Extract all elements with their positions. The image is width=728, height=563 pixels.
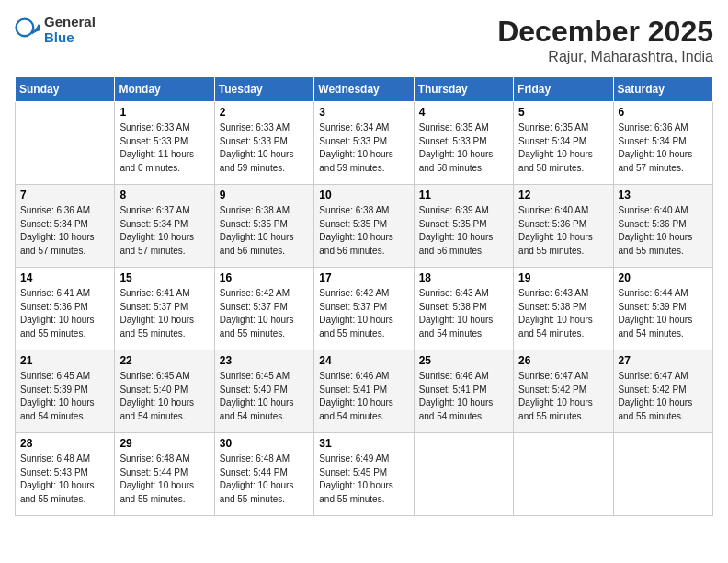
day-number: 23 [220, 354, 309, 367]
cell-info: Sunrise: 6:42 AMSunset: 5:37 PMDaylight:… [319, 287, 408, 340]
calendar-cell: 17Sunrise: 6:42 AMSunset: 5:37 PMDayligh… [314, 268, 414, 350]
cell-info: Sunrise: 6:36 AMSunset: 5:34 PMDaylight:… [20, 204, 109, 258]
cell-info: Sunrise: 6:47 AMSunset: 5:42 PMDaylight:… [518, 370, 608, 423]
cell-info: Sunrise: 6:45 AMSunset: 5:40 PMDaylight:… [119, 370, 209, 423]
weekday-header-friday: Friday [514, 77, 613, 102]
day-number: 21 [20, 354, 109, 367]
calendar-cell: 4Sunrise: 6:35 AMSunset: 5:33 PMDaylight… [414, 102, 513, 185]
calendar-cell: 30Sunrise: 6:48 AMSunset: 5:44 PMDayligh… [214, 433, 313, 516]
day-number: 5 [518, 106, 608, 119]
cell-info: Sunrise: 6:48 AMSunset: 5:43 PMDaylight:… [20, 453, 109, 506]
calendar-cell: 9Sunrise: 6:38 AMSunset: 5:35 PMDaylight… [214, 185, 313, 268]
logo-blue: Blue [44, 30, 96, 46]
cell-info: Sunrise: 6:41 AMSunset: 5:37 PMDaylight:… [119, 287, 209, 340]
calendar-cell: 26Sunrise: 6:47 AMSunset: 5:42 PMDayligh… [514, 350, 613, 433]
calendar-cell: 13Sunrise: 6:40 AMSunset: 5:36 PMDayligh… [613, 185, 712, 268]
day-number: 1 [119, 106, 209, 119]
calendar-cell: 5Sunrise: 6:35 AMSunset: 5:34 PMDaylight… [514, 102, 613, 185]
cell-info: Sunrise: 6:35 AMSunset: 5:33 PMDaylight:… [419, 121, 508, 175]
logo-text: General Blue [44, 15, 96, 45]
day-number: 28 [20, 437, 109, 450]
calendar-cell: 8Sunrise: 6:37 AMSunset: 5:34 PMDaylight… [115, 185, 214, 268]
calendar-cell [414, 433, 513, 516]
day-number: 17 [319, 271, 408, 284]
week-row-3: 14Sunrise: 6:41 AMSunset: 5:36 PMDayligh… [16, 268, 713, 350]
day-number: 11 [419, 189, 508, 201]
day-number: 4 [419, 106, 508, 119]
week-row-5: 28Sunrise: 6:48 AMSunset: 5:43 PMDayligh… [16, 433, 713, 516]
day-number: 20 [619, 271, 708, 284]
logo: General Blue [15, 15, 96, 45]
day-number: 16 [220, 271, 309, 284]
location-title: Rajur, Maharashtra, India [497, 49, 713, 65]
calendar-cell: 15Sunrise: 6:41 AMSunset: 5:37 PMDayligh… [115, 268, 214, 350]
calendar-cell: 27Sunrise: 6:47 AMSunset: 5:42 PMDayligh… [613, 350, 712, 433]
header: General Blue December 2025 Rajur, Mahara… [15, 15, 713, 65]
cell-info: Sunrise: 6:46 AMSunset: 5:41 PMDaylight:… [419, 370, 508, 423]
logo-general: General [44, 15, 96, 30]
week-row-2: 7Sunrise: 6:36 AMSunset: 5:34 PMDaylight… [16, 185, 713, 268]
svg-point-0 [17, 18, 34, 36]
calendar-cell: 28Sunrise: 6:48 AMSunset: 5:43 PMDayligh… [16, 433, 115, 516]
day-number: 26 [518, 354, 608, 367]
title-area: December 2025 Rajur, Maharashtra, India [497, 15, 713, 65]
cell-info: Sunrise: 6:37 AMSunset: 5:34 PMDaylight:… [119, 204, 209, 258]
calendar-cell [16, 102, 115, 185]
cell-info: Sunrise: 6:36 AMSunset: 5:34 PMDaylight:… [619, 121, 708, 175]
cell-info: Sunrise: 6:46 AMSunset: 5:41 PMDaylight:… [319, 370, 408, 423]
day-number: 31 [319, 437, 408, 450]
calendar-cell: 6Sunrise: 6:36 AMSunset: 5:34 PMDaylight… [613, 102, 712, 185]
day-number: 9 [220, 189, 309, 201]
calendar-cell: 31Sunrise: 6:49 AMSunset: 5:45 PMDayligh… [314, 433, 414, 516]
calendar-cell: 7Sunrise: 6:36 AMSunset: 5:34 PMDaylight… [16, 185, 115, 268]
calendar-cell: 24Sunrise: 6:46 AMSunset: 5:41 PMDayligh… [314, 350, 414, 433]
calendar-cell [613, 433, 712, 516]
day-number: 12 [518, 189, 608, 201]
cell-info: Sunrise: 6:33 AMSunset: 5:33 PMDaylight:… [220, 121, 309, 175]
cell-info: Sunrise: 6:39 AMSunset: 5:35 PMDaylight:… [419, 204, 508, 258]
logo-icon [15, 17, 40, 43]
calendar-cell: 1Sunrise: 6:33 AMSunset: 5:33 PMDaylight… [115, 102, 214, 185]
cell-info: Sunrise: 6:45 AMSunset: 5:40 PMDaylight:… [220, 370, 309, 423]
month-title: December 2025 [497, 15, 713, 49]
cell-info: Sunrise: 6:49 AMSunset: 5:45 PMDaylight:… [319, 453, 408, 506]
calendar-cell: 22Sunrise: 6:45 AMSunset: 5:40 PMDayligh… [115, 350, 214, 433]
weekday-header-saturday: Saturday [613, 77, 712, 102]
day-number: 7 [20, 189, 109, 201]
day-number: 25 [419, 354, 508, 367]
day-number: 24 [319, 354, 408, 367]
calendar-cell: 10Sunrise: 6:38 AMSunset: 5:35 PMDayligh… [314, 185, 414, 268]
day-number: 6 [619, 106, 708, 119]
cell-info: Sunrise: 6:33 AMSunset: 5:33 PMDaylight:… [119, 121, 209, 175]
cell-info: Sunrise: 6:44 AMSunset: 5:39 PMDaylight:… [619, 287, 708, 340]
calendar-cell: 19Sunrise: 6:43 AMSunset: 5:38 PMDayligh… [514, 268, 613, 350]
day-number: 3 [319, 106, 408, 119]
weekday-header-monday: Monday [115, 77, 214, 102]
week-row-1: 1Sunrise: 6:33 AMSunset: 5:33 PMDaylight… [16, 102, 713, 185]
cell-info: Sunrise: 6:40 AMSunset: 5:36 PMDaylight:… [518, 204, 608, 258]
cell-info: Sunrise: 6:43 AMSunset: 5:38 PMDaylight:… [419, 287, 508, 340]
calendar-cell: 25Sunrise: 6:46 AMSunset: 5:41 PMDayligh… [414, 350, 513, 433]
cell-info: Sunrise: 6:34 AMSunset: 5:33 PMDaylight:… [319, 121, 408, 175]
day-number: 27 [619, 354, 708, 367]
calendar-cell: 18Sunrise: 6:43 AMSunset: 5:38 PMDayligh… [414, 268, 513, 350]
day-number: 13 [619, 189, 708, 201]
cell-info: Sunrise: 6:43 AMSunset: 5:38 PMDaylight:… [518, 287, 608, 340]
cell-info: Sunrise: 6:35 AMSunset: 5:34 PMDaylight:… [518, 121, 608, 175]
weekday-header-wednesday: Wednesday [314, 77, 414, 102]
cell-info: Sunrise: 6:47 AMSunset: 5:42 PMDaylight:… [619, 370, 708, 423]
calendar-cell: 21Sunrise: 6:45 AMSunset: 5:39 PMDayligh… [16, 350, 115, 433]
cell-info: Sunrise: 6:40 AMSunset: 5:36 PMDaylight:… [619, 204, 708, 258]
weekday-header-row: SundayMondayTuesdayWednesdayThursdayFrid… [16, 77, 713, 102]
calendar-cell: 16Sunrise: 6:42 AMSunset: 5:37 PMDayligh… [214, 268, 313, 350]
calendar-cell [514, 433, 613, 516]
weekday-header-thursday: Thursday [414, 77, 513, 102]
cell-info: Sunrise: 6:48 AMSunset: 5:44 PMDaylight:… [119, 453, 209, 506]
calendar-cell: 12Sunrise: 6:40 AMSunset: 5:36 PMDayligh… [514, 185, 613, 268]
cell-info: Sunrise: 6:41 AMSunset: 5:36 PMDaylight:… [20, 287, 109, 340]
day-number: 10 [319, 189, 408, 201]
calendar-table: SundayMondayTuesdayWednesdayThursdayFrid… [15, 76, 713, 516]
calendar-cell: 11Sunrise: 6:39 AMSunset: 5:35 PMDayligh… [414, 185, 513, 268]
calendar-cell: 3Sunrise: 6:34 AMSunset: 5:33 PMDaylight… [314, 102, 414, 185]
cell-info: Sunrise: 6:42 AMSunset: 5:37 PMDaylight:… [220, 287, 309, 340]
